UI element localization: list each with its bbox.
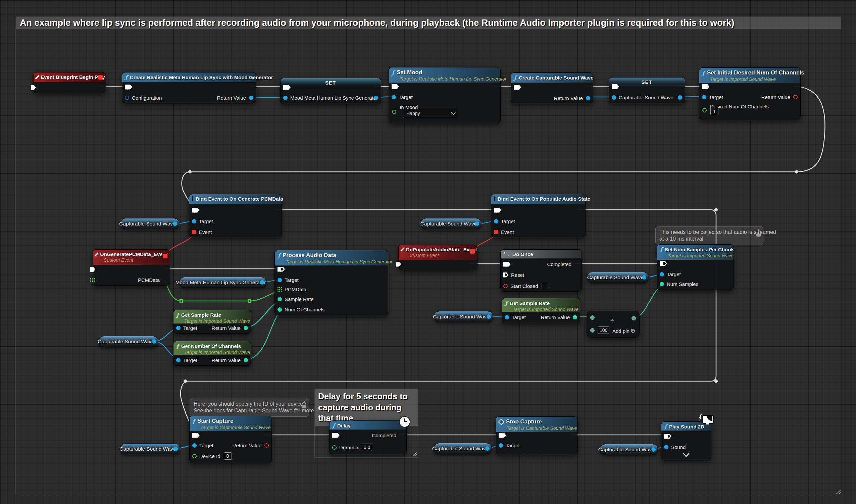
event-delegate-pin[interactable] <box>192 230 196 234</box>
completed-exec-pin[interactable] <box>335 433 340 438</box>
completed-exec-pin[interactable] <box>506 262 511 267</box>
target-pin[interactable] <box>702 95 706 99</box>
pin-icon[interactable] <box>303 401 306 404</box>
node-set-capturable-sound-wave[interactable]: SET Capturable Sound Wave <box>609 77 685 103</box>
variable-in-pin[interactable] <box>283 96 288 100</box>
node-get-sample-rate[interactable]: ƒ Get Sample Rate Target is Imported Sou… <box>502 298 580 323</box>
return-value-pin[interactable] <box>573 315 577 320</box>
exec-out-pin[interactable] <box>666 434 672 439</box>
debug-square-icon[interactable] <box>98 75 103 79</box>
node-set-num-samples-per-chunk[interactable]: ƒ Set Num Samples Per Chunk Target is Im… <box>657 244 734 290</box>
return-value-pin[interactable] <box>249 96 253 100</box>
desired-channels-pin[interactable] <box>702 108 707 112</box>
start-closed-checkbox[interactable] <box>541 283 548 289</box>
exec-out-pin[interactable] <box>614 84 619 89</box>
divide-output-pin[interactable] <box>631 316 636 321</box>
exec-out-pin[interactable] <box>31 85 36 90</box>
target-pin[interactable] <box>192 219 196 223</box>
reset-exec-pin[interactable] <box>503 272 509 277</box>
target-pin[interactable] <box>494 219 498 223</box>
return-value-pin[interactable] <box>264 443 269 448</box>
exec-out-pin[interactable] <box>704 84 709 89</box>
exec-out-pin[interactable] <box>195 433 200 438</box>
node-delay[interactable]: ƒ Delay Completed Duration 5.0 <box>329 420 407 454</box>
target-pin[interactable] <box>660 272 664 276</box>
duration-value[interactable]: 5.0 <box>362 444 372 451</box>
in-mood-enum-pin[interactable] <box>392 110 396 114</box>
exec-out-pin[interactable] <box>396 262 401 267</box>
target-pin[interactable] <box>278 278 282 282</box>
target-pin[interactable] <box>392 95 396 99</box>
node-get-number-of-channels[interactable]: ƒ Get Number Of Channels Target is Impor… <box>173 341 251 366</box>
add-pin-icon[interactable]: ⊕ <box>630 327 635 334</box>
pill-capturable-sound-wave[interactable]: Capturable Sound Wave <box>433 443 492 454</box>
target-pin[interactable] <box>176 326 180 330</box>
device-id-pin[interactable] <box>192 454 197 458</box>
pill-mood-generator[interactable]: Mood Meta Human Lip Sync Generator <box>179 277 267 288</box>
return-value-pin[interactable] <box>244 358 248 362</box>
variable-out-pin[interactable] <box>486 314 491 319</box>
pill-capturable-sound-wave[interactable]: Capturable Sound Wave <box>120 218 179 229</box>
variable-out-pin[interactable] <box>642 275 646 280</box>
node-on-populate-audio-state-event[interactable]: OnPopulateAudioState_Event Custom Event <box>398 245 478 270</box>
variable-out-pin[interactable] <box>485 446 489 451</box>
divide-input-b-pin[interactable] <box>590 328 594 332</box>
divide-input-a-pin[interactable] <box>590 316 594 320</box>
num-samples-pin[interactable] <box>660 282 664 286</box>
node-stop-capture[interactable]: Stop Capture Target is Capturable Sound … <box>496 416 577 454</box>
exec-out-pin[interactable] <box>394 84 399 89</box>
variable-out-pin[interactable] <box>475 221 479 226</box>
node-set-mood-generator[interactable]: SET Mood Meta Human Lip Sync Generator <box>280 78 381 104</box>
duration-pin[interactable] <box>332 445 337 450</box>
exec-out-pin[interactable] <box>194 208 199 213</box>
node-start-capture[interactable]: ƒ Start Capture Target is Capturable Sou… <box>189 416 272 463</box>
variable-out-pin[interactable] <box>152 339 156 344</box>
exec-out-pin[interactable] <box>286 85 290 90</box>
exec-out-pin[interactable] <box>496 208 501 213</box>
node-event-begin-play[interactable]: Event Blueprint Begin Play <box>33 72 106 93</box>
delegate-out-pin[interactable] <box>470 249 475 254</box>
comment-bubble-device[interactable]: Here, you should specify the ID of your … <box>190 398 309 417</box>
desired-channels-value[interactable]: 1 <box>710 108 718 115</box>
sample-rate-pin[interactable] <box>278 297 282 301</box>
node-play-sound-2d[interactable]: ƒ Play Sound 2D Sound <box>661 421 711 460</box>
pcmdata-array-pin[interactable] <box>90 278 95 282</box>
variable-out-pin[interactable] <box>174 447 178 451</box>
comment-bubble-stream[interactable]: This needs to be called so that audio is… <box>655 226 763 245</box>
target-pin[interactable] <box>176 358 180 362</box>
pill-capturable-sound-wave[interactable]: Capturable Sound Wave <box>600 444 658 455</box>
return-value-pin[interactable] <box>586 96 590 100</box>
variable-out-pin[interactable] <box>173 221 177 226</box>
node-on-generate-pcmdata-event[interactable]: OnGeneratePCMData_Event Custom Event PCM… <box>93 249 170 286</box>
variable-out-pin[interactable] <box>374 96 378 100</box>
add-pin-label[interactable]: Add pin <box>612 328 629 334</box>
variable-out-pin[interactable] <box>651 447 656 452</box>
delegate-out-pin[interactable] <box>163 254 167 258</box>
return-value-pin[interactable] <box>793 95 798 99</box>
node-process-audio-data[interactable]: ƒ Process Audio Data Target is Realistic… <box>274 250 388 316</box>
exec-out-pin[interactable] <box>516 85 521 90</box>
node-set-mood[interactable]: ƒ Set Mood Target is Realistic Meta Huma… <box>389 67 501 123</box>
node-bind-event-pcmdata[interactable]: Bind Event to On Generate PCMData Target… <box>189 194 282 237</box>
node-get-sample-rate[interactable]: ƒ Get Sample Rate Target is Imported Sou… <box>173 310 251 334</box>
variable-out-pin[interactable] <box>260 280 264 285</box>
node-do-once[interactable]: 1→ Do Once Completed Reset Start Closed <box>500 249 582 292</box>
target-pin[interactable] <box>499 443 503 448</box>
sound-pin[interactable] <box>664 445 668 449</box>
node-divide[interactable]: ÷ 100 Add pin ⊕ <box>587 311 640 338</box>
exec-out-pin[interactable] <box>501 433 506 438</box>
divisor-value[interactable]: 100 <box>598 326 609 334</box>
exec-out-pin[interactable] <box>662 261 667 266</box>
exec-out-pin[interactable] <box>280 267 285 272</box>
pcmdata-array-pin[interactable] <box>278 287 282 292</box>
exec-out-pin[interactable] <box>127 85 132 90</box>
event-delegate-pin[interactable] <box>494 230 498 234</box>
target-pin[interactable] <box>192 443 197 448</box>
node-create-capturable-sound-wave[interactable]: ƒ Create Capturable Sound Wave Return Va… <box>511 72 593 103</box>
num-of-channels-pin[interactable] <box>278 307 282 312</box>
node-set-initial-desired-num-channels[interactable]: ƒ Set Initial Desired Num Of Channels Ta… <box>699 68 801 120</box>
device-id-value[interactable]: 0 <box>224 452 232 460</box>
speech-bubble-icon[interactable] <box>756 234 761 237</box>
pill-capturable-sound-wave[interactable]: Capturable Sound Wave <box>120 443 180 454</box>
expand-pins-chevron-icon[interactable] <box>683 450 690 457</box>
